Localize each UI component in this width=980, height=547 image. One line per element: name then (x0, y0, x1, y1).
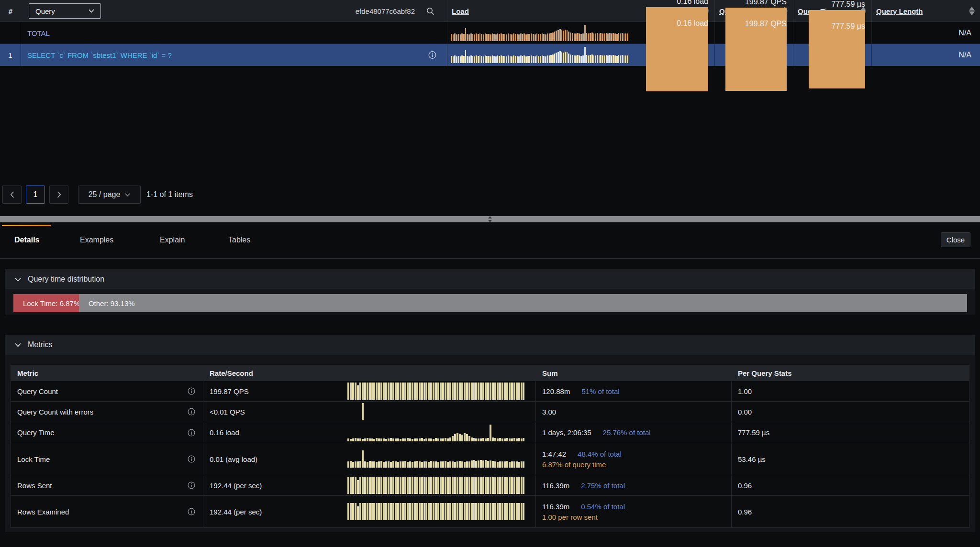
metric-sum-value: 116.39m (542, 503, 569, 511)
rate-col-header: Rate/Second (203, 365, 536, 381)
metric-sum-value: 116.39m (542, 481, 569, 490)
search-query-id-text: efde48077c6abf82 (356, 7, 415, 15)
metric-sum-value: 1 days, 2:06:35 (542, 428, 591, 437)
metric-row-lock-time: Lock Time 0.01 (avg load) 1:47:4248.4% o… (11, 443, 969, 475)
metric-sum-value: 3.00 (542, 408, 556, 416)
sum-col-header: Sum (536, 365, 732, 381)
metric-label: Query Count (17, 387, 58, 395)
metric-pqs-value: 1.00 (732, 381, 969, 401)
total-load-sparkline (451, 25, 628, 41)
row1-rank-cell: 1 (0, 44, 21, 66)
query-errors-sparkline (347, 403, 525, 420)
metric-pqs-value: 0.96 (732, 475, 969, 495)
percent-of-total-link[interactable]: 25.76% of total (603, 428, 651, 437)
query-length-header-label[interactable]: Query Length (872, 7, 923, 15)
qan-page: # Query efde48077c6abf82 Load (0, 0, 980, 547)
tab-tables[interactable]: Tables (228, 236, 250, 244)
row1-query-text[interactable]: SELECT `c` FROM `sbtest1` WHERE `id` = ? (27, 51, 172, 59)
row1-query-count-bar (725, 30, 787, 91)
load-header-label[interactable]: Load (447, 7, 469, 15)
prev-page-button[interactable] (2, 186, 22, 204)
info-icon[interactable] (188, 387, 195, 395)
query-time-sparkline (347, 424, 525, 441)
metric-rate-value: 192.44 (per sec) (203, 508, 347, 516)
total-query-cell[interactable]: TOTAL (21, 22, 447, 44)
metric-rate-value: <0.01 QPS (203, 408, 347, 416)
metric-pqs-value: 777.59 µs (732, 422, 969, 443)
table-row-1[interactable]: 1 SELECT `c` FROM `sbtest1` WHERE `id` =… (0, 44, 980, 66)
query-length-sort-icon[interactable] (969, 7, 975, 15)
total-rank-cell (0, 22, 21, 44)
row1-info-icon[interactable] (428, 51, 436, 59)
row1-query-cell[interactable]: SELECT `c` FROM `sbtest1` WHERE `id` = ? (21, 44, 447, 66)
chevron-down-icon (125, 193, 130, 197)
metric-label: Rows Sent (17, 481, 52, 490)
page-size-value: 25 / page (89, 190, 121, 199)
total-query-time-value: 777.59 µs (831, 0, 865, 9)
lock-time-segment: Lock Time: 6.87% (13, 294, 79, 312)
percent-of-total-link[interactable]: 2.75% of total (581, 481, 625, 490)
next-page-button[interactable] (49, 186, 68, 204)
percent-of-total-link[interactable]: 0.54% of total (581, 503, 625, 511)
metric-pqs-value: 0.00 (732, 402, 969, 422)
query-column-header: Query efde48077c6abf82 (21, 0, 447, 22)
chevron-down-icon (89, 9, 94, 13)
search-icon[interactable] (426, 7, 434, 15)
info-icon[interactable] (188, 481, 195, 489)
metrics-table: Metric Rate/Second Sum Per Query Stats Q… (11, 365, 969, 528)
info-icon[interactable] (188, 508, 195, 515)
metric-rate-value: 192.44 (per sec) (203, 481, 347, 490)
dimension-select[interactable]: Query (29, 3, 101, 19)
metric-rate-value: 0.16 load (203, 428, 347, 437)
tab-examples[interactable]: Examples (80, 236, 113, 244)
close-button[interactable]: Close (941, 232, 970, 247)
chevron-down-icon[interactable] (15, 343, 21, 347)
percent-of-total-link[interactable]: 51% of total (581, 387, 619, 395)
row1-load-bar (646, 29, 708, 91)
query-length-column-header[interactable]: Query Length (871, 0, 980, 22)
total-query-count-value: 199.87 QPS (745, 0, 787, 6)
other-time-segment: Other: 93.13% (79, 294, 967, 312)
row1-query-count-cell: 199.87 QPS (714, 44, 793, 66)
splitter-bar[interactable] (0, 216, 980, 222)
metric-row-query-count-errors: Query Count with errors <0.01 QPS 3.00 0… (11, 401, 969, 422)
page-size-select[interactable]: 25 / page (78, 186, 141, 204)
pqs-col-header: Per Query Stats (732, 365, 969, 381)
info-icon[interactable] (188, 429, 195, 437)
info-icon[interactable] (188, 408, 195, 416)
row1-query-time-value: 777.59 µs (831, 22, 865, 31)
row1-load-sparkline (451, 47, 628, 63)
rank-header-label: # (0, 7, 21, 15)
metric-label: Rows Examined (17, 508, 69, 516)
tab-explain[interactable]: Explain (160, 236, 185, 244)
rows-sent-sparkline (347, 477, 525, 494)
row1-query-time-bar (809, 32, 865, 88)
metric-row-rows-examined: Rows Examined 192.44 (per sec) 116.39m0.… (11, 495, 969, 527)
splitter-handle-icon[interactable] (486, 216, 494, 222)
metric-label: Lock Time (17, 455, 50, 463)
metric-col-header: Metric (11, 365, 203, 381)
metric-row-query-count: Query Count 199.87 QPS 120.88m51% of tot… (11, 381, 969, 401)
rows-examined-sparkline (347, 503, 525, 520)
metric-row-rows-sent: Rows Sent 192.44 (per sec) 116.39m2.75% … (11, 475, 969, 495)
chevron-down-icon[interactable] (15, 277, 21, 282)
total-query-length-cell: N/A (871, 22, 980, 44)
metric-label: Query Count with errors (17, 408, 93, 416)
page-1-button[interactable]: 1 (26, 186, 45, 204)
dimension-select-value: Query (35, 7, 55, 15)
query-time-distribution-panel: Query time distribution Lock Time: 6.87%… (5, 269, 975, 315)
metrics-header[interactable]: Metrics (5, 335, 975, 355)
metric-row-query-time: Query Time 0.16 load 1 days, 2:06:3525.7… (11, 422, 969, 443)
percent-of-total-link[interactable]: 48.4% of total (578, 450, 622, 458)
total-label[interactable]: TOTAL (27, 29, 50, 37)
metric-sum-value: 120.88m (542, 387, 570, 395)
tabbar-divider (0, 258, 980, 259)
time-distribution-bar: Lock Time: 6.87% Other: 93.13% (13, 294, 967, 312)
metrics-title: Metrics (28, 340, 53, 349)
row1-query-time-cell: 777.59 µs (793, 44, 871, 66)
query-time-distribution-header[interactable]: Query time distribution (5, 269, 975, 289)
metric-label: Query Time (17, 428, 55, 437)
info-icon[interactable] (188, 455, 195, 463)
metric-rate-value: 0.01 (avg load) (203, 455, 347, 463)
tab-details[interactable]: Details (14, 236, 39, 244)
